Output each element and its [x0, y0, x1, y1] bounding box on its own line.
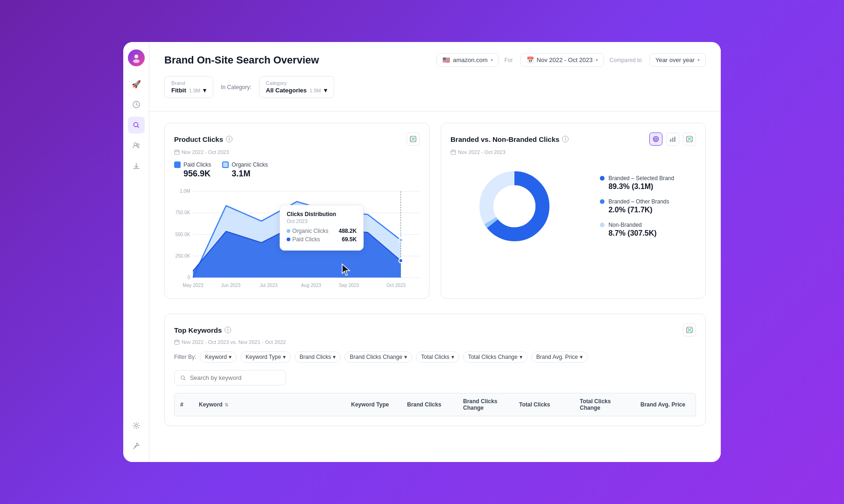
in-category-label: In Category: [217, 84, 255, 91]
svg-point-6 [135, 425, 137, 427]
chevron-chip-icon-3: ▾ [333, 354, 336, 360]
other-brands-value: 2.0% (71.7K) [600, 206, 674, 214]
tooltip-organic-row: Organic Clicks 488.2K [287, 228, 357, 234]
branded-clicks-header: Branded vs. Non-Branded Clicks i [450, 133, 696, 146]
sort-icon: ⇅ [225, 402, 228, 407]
avatar[interactable] [128, 49, 145, 66]
th-number: # [175, 398, 193, 411]
excel-export-btn[interactable] [407, 133, 420, 146]
keywords-table: # Keyword ⇅ Keyword Type Brand Clicks Br… [174, 393, 696, 416]
th-brand-clicks[interactable]: Brand Clicks [401, 398, 457, 411]
top-keywords-title: Top Keywords i [174, 326, 231, 334]
svg-rect-32 [670, 139, 671, 142]
comparison-selector[interactable]: Year over year ▾ [649, 53, 706, 67]
branded-clicks-title: Branded vs. Non-Branded Clicks i [450, 135, 569, 143]
category-filter[interactable]: Category All Categories 1.9M ▾ [259, 76, 334, 98]
product-clicks-card: Product Clicks i Nov 2022 - Oct 2023 [164, 123, 429, 299]
header: Brand On-Site Search Overview 🇺🇸 amazon.… [164, 53, 706, 67]
keyword-search-input[interactable] [190, 374, 280, 381]
category-value: All Categories 1.9M ▾ [266, 87, 327, 94]
organic-dot [287, 229, 290, 233]
brand-filter[interactable]: Brand Fitbit 1.9M ▾ [164, 76, 213, 98]
th-total-clicks-change[interactable]: Total Clicks Change [574, 398, 635, 411]
bar-view-btn[interactable] [666, 133, 679, 146]
paid-clicks-value: 956.9K [174, 169, 211, 179]
legend-selected-brand: Branded – Selected Brand 89.3% (3.1M) [600, 175, 674, 191]
keyword-type-chip[interactable]: Keyword Type ▾ [240, 351, 291, 363]
donut-view-btn[interactable] [649, 133, 662, 146]
pin-icon[interactable] [128, 438, 145, 455]
download-icon[interactable] [128, 158, 145, 175]
svg-text:Sep 2023: Sep 2023 [339, 282, 359, 287]
filter-by-label: Filter By: [174, 354, 196, 360]
brand-avg-price-chip[interactable]: Brand Avg. Price ▾ [531, 351, 588, 363]
svg-point-1 [133, 59, 140, 63]
brand-clicks-change-chip[interactable]: Brand Clicks Change ▾ [345, 351, 412, 363]
th-brand-clicks-change[interactable]: Brand Clicks Change [457, 398, 513, 411]
chevron-chip-icon-5: ▾ [451, 354, 454, 360]
info-icon-product[interactable]: i [226, 136, 232, 142]
info-icon-branded[interactable]: i [562, 136, 569, 142]
brand-value: Fitbit 1.9M ▾ [171, 87, 206, 94]
excel-export-btn-2[interactable] [683, 133, 696, 146]
svg-point-43 [181, 376, 184, 379]
brand-label: Brand [171, 80, 206, 86]
product-clicks-header: Product Clicks i [174, 133, 420, 146]
paid-clicks-metric: Paid Clicks 956.9K [174, 161, 211, 179]
chevron-chip-icon: ▾ [229, 354, 232, 360]
th-brand-avg-price[interactable]: Brand Avg. Price [635, 398, 696, 411]
non-branded-value: 8.7% (307.5K) [600, 229, 674, 238]
selected-brand-dot [600, 176, 605, 181]
top-keywords-date: Nov 2022 - Oct 2023 vs. Nov 2021 - Oct 2… [174, 339, 696, 345]
paid-dot [287, 238, 290, 241]
filters-row: Brand Fitbit 1.9M ▾ In Category: Categor… [164, 76, 706, 98]
other-brands-dot [600, 199, 605, 204]
organic-clicks-metric: Organic Clicks 3.1M [222, 161, 267, 179]
table-header-row: # Keyword ⇅ Keyword Type Brand Clicks Br… [174, 393, 696, 416]
chevron-down-icon-4: ▾ [203, 87, 206, 94]
tooltip-organic-val: 488.2K [338, 228, 357, 234]
tooltip-paid-row: Paid Clicks 69.5K [287, 236, 357, 243]
chart-tooltip: Clicks Distribution Oct 2023 Organic Cli… [280, 205, 364, 251]
site-selector[interactable]: 🇺🇸 amazon.com ▾ [436, 53, 499, 67]
chevron-down-icon: ▾ [491, 57, 493, 63]
excel-export-keywords-btn[interactable] [683, 323, 696, 336]
date-range-selector[interactable]: 📅 Nov 2022 - Oct 2023 ▾ [520, 53, 604, 67]
donut-legend: Branded – Selected Brand 89.3% (3.1M) Br… [600, 175, 674, 238]
divider [149, 111, 721, 112]
legend-other-brands: Branded – Other Brands 2.0% (71.7K) [600, 198, 674, 214]
th-total-clicks[interactable]: Total Clicks [513, 398, 574, 411]
chevron-chip-icon-7: ▾ [580, 354, 583, 360]
th-keyword-type[interactable]: Keyword Type [345, 398, 401, 411]
svg-point-29 [399, 259, 402, 263]
total-clicks-chip[interactable]: Total Clicks ▾ [416, 351, 459, 363]
donut-section: Branded – Selected Brand 89.3% (3.1M) Br… [450, 164, 696, 248]
tooltip-paid-val: 69.5K [342, 236, 357, 243]
tooltip-title: Clicks Distribution [287, 211, 357, 217]
svg-text:Oct 2023: Oct 2023 [387, 282, 406, 287]
category-label: Category [266, 80, 327, 86]
donut-chart [472, 164, 556, 248]
brand-clicks-chip[interactable]: Brand Clicks ▾ [295, 351, 341, 363]
users-icon[interactable] [128, 137, 145, 154]
total-clicks-change-chip[interactable]: Total Clicks Change ▾ [463, 351, 528, 363]
svg-text:0: 0 [188, 274, 190, 280]
th-keyword[interactable]: Keyword ⇅ [193, 398, 345, 411]
chart-icon[interactable] [128, 96, 145, 113]
svg-point-40 [493, 185, 535, 227]
rocket-icon[interactable]: 🚀 [128, 76, 145, 92]
svg-point-0 [134, 55, 138, 58]
settings-icon[interactable] [128, 417, 145, 434]
search-icon[interactable] [128, 117, 145, 133]
keyword-search-row[interactable] [174, 370, 286, 385]
tooltip-paid-label: Paid Clicks [287, 236, 320, 243]
charts-grid: Product Clicks i Nov 2022 - Oct 2023 [164, 123, 706, 299]
chevron-chip-icon-2: ▾ [283, 354, 286, 360]
chevron-down-icon-2: ▾ [596, 57, 598, 63]
for-label: For [505, 57, 513, 63]
svg-text:500.0K: 500.0K [175, 231, 190, 237]
svg-text:Aug 2023: Aug 2023 [301, 282, 321, 287]
info-icon-keywords[interactable]: i [225, 327, 231, 333]
compared-label: Compared to [610, 57, 642, 63]
keyword-chip[interactable]: Keyword ▾ [200, 351, 237, 363]
